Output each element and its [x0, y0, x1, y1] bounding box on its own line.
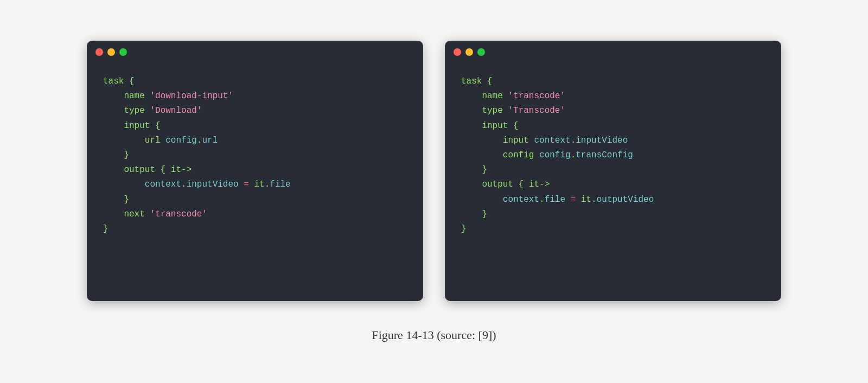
code-line: type 'Download' — [103, 104, 407, 118]
figure-caption: Figure 14-13 (source: [9]) — [372, 328, 496, 342]
code-line: next 'transcode' — [103, 207, 407, 222]
code-line: output { it-> — [103, 163, 407, 177]
code-line: input context.inputVideo — [461, 133, 765, 148]
code-line: output { it-> — [461, 177, 765, 192]
dot-red-right — [454, 48, 461, 56]
dot-red-left — [95, 48, 103, 56]
code-line: type 'Transcode' — [461, 104, 765, 118]
titlebar-left — [87, 41, 423, 63]
code-line: } — [461, 207, 765, 222]
terminal-window-right: task { name 'transcode' type 'Transcode'… — [445, 41, 781, 301]
code-line: name 'download-input' — [103, 89, 407, 104]
dot-yellow-left — [107, 48, 115, 56]
code-line: config config.transConfig — [461, 148, 765, 163]
code-line: url config.url — [103, 133, 407, 148]
terminal-body-left: task { name 'download-input' type 'Downl… — [87, 63, 423, 253]
code-line: } — [103, 193, 407, 207]
code-line: name 'transcode' — [461, 89, 765, 104]
terminal-window-left: task { name 'download-input' type 'Downl… — [87, 41, 423, 301]
dot-yellow-right — [465, 48, 473, 56]
terminal-body-right: task { name 'transcode' type 'Transcode'… — [445, 63, 781, 253]
code-line: input { — [103, 119, 407, 133]
code-line: task { — [103, 74, 407, 89]
code-line: context.inputVideo = it.file — [103, 177, 407, 192]
code-line: } — [103, 222, 407, 237]
code-line: } — [103, 148, 407, 163]
code-line: task { — [461, 74, 765, 89]
code-line: context.file = it.outputVideo — [461, 193, 765, 207]
code-line: input { — [461, 119, 765, 133]
panels-container: task { name 'download-input' type 'Downl… — [87, 41, 781, 301]
titlebar-right — [445, 41, 781, 63]
code-line: } — [461, 163, 765, 177]
dot-green-right — [477, 48, 485, 56]
dot-green-left — [119, 48, 127, 56]
code-line: } — [461, 222, 765, 237]
